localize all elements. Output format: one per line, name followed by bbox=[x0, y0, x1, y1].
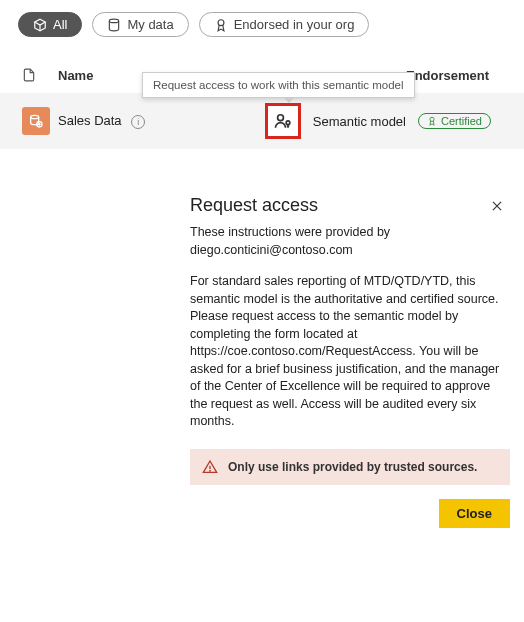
dialog-instructions: For standard sales reporting of MTD/QTD/… bbox=[190, 273, 510, 431]
tooltip: Request access to work with this semanti… bbox=[142, 72, 415, 98]
row-name-cell: Sales Data i bbox=[58, 113, 265, 129]
dataset-name[interactable]: Sales Data bbox=[58, 113, 122, 128]
info-icon[interactable]: i bbox=[131, 115, 145, 129]
filter-label: Endorsed in your org bbox=[234, 17, 355, 32]
dataset-type: Semantic model bbox=[313, 114, 406, 129]
request-access-dialog: Request access These instructions were p… bbox=[190, 195, 510, 528]
certified-badge: Certified bbox=[418, 113, 491, 129]
row-icon-cell bbox=[22, 107, 58, 135]
column-endorsement[interactable]: Endorsement bbox=[406, 68, 506, 83]
svg-point-6 bbox=[430, 117, 434, 121]
ribbon-icon bbox=[427, 116, 437, 126]
request-access-button[interactable] bbox=[265, 103, 301, 139]
close-button[interactable]: Close bbox=[439, 499, 510, 528]
cube-icon bbox=[33, 18, 47, 32]
tooltip-text: Request access to work with this semanti… bbox=[153, 79, 404, 91]
ribbon-icon bbox=[214, 18, 228, 32]
row-type-cell: Semantic model bbox=[265, 103, 406, 139]
filter-pill-mydata[interactable]: My data bbox=[92, 12, 188, 37]
svg-point-0 bbox=[110, 19, 119, 23]
dataset-icon bbox=[22, 107, 50, 135]
svg-point-2 bbox=[31, 115, 39, 118]
filter-pill-all[interactable]: All bbox=[18, 12, 82, 37]
database-icon bbox=[107, 18, 121, 32]
dialog-title: Request access bbox=[190, 195, 318, 216]
svg-point-5 bbox=[286, 121, 290, 125]
svg-point-1 bbox=[218, 19, 224, 25]
row-endorsement-cell: Certified bbox=[406, 113, 506, 129]
filter-label: All bbox=[53, 17, 67, 32]
badge-label: Certified bbox=[441, 115, 482, 127]
close-icon[interactable] bbox=[484, 197, 510, 215]
filter-pill-endorsed[interactable]: Endorsed in your org bbox=[199, 12, 370, 37]
column-icon bbox=[22, 67, 58, 83]
svg-point-7 bbox=[210, 470, 211, 471]
filter-bar: All My data Endorsed in your org bbox=[0, 0, 524, 45]
filter-label: My data bbox=[127, 17, 173, 32]
warning-bar: Only use links provided by trusted sourc… bbox=[190, 449, 510, 486]
table-row[interactable]: Sales Data i Semantic model Certified bbox=[0, 93, 524, 149]
warning-icon bbox=[202, 459, 218, 475]
warning-text: Only use links provided by trusted sourc… bbox=[228, 459, 477, 476]
svg-point-4 bbox=[277, 115, 283, 121]
dialog-body: These instructions were provided by dieg… bbox=[190, 224, 510, 485]
dialog-provider: These instructions were provided by dieg… bbox=[190, 224, 510, 259]
